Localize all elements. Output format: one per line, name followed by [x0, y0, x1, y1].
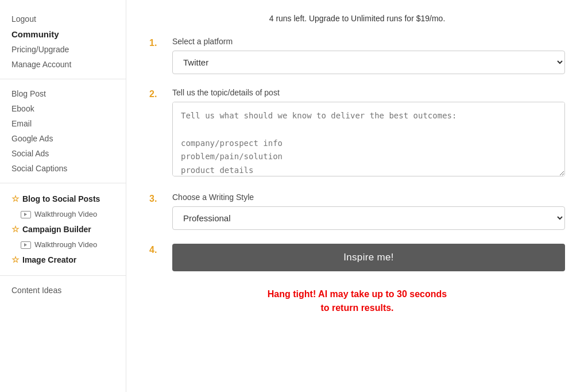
- sidebar-item-google-ads[interactable]: Google Ads: [11, 131, 114, 146]
- star-icon-image: ☆: [11, 255, 19, 265]
- step1-label: Select a platform: [172, 37, 565, 46]
- step2-content: Tell us the topic/details of post: [172, 88, 565, 179]
- sidebar-item-manage-account[interactable]: Manage Account: [11, 57, 114, 72]
- sidebar-item-blog-post[interactable]: Blog Post: [11, 86, 114, 101]
- step4-content: Inspire me!: [172, 244, 565, 271]
- form-step-4: 4. Inspire me!: [149, 244, 565, 271]
- sidebar-item-pricing[interactable]: Pricing/Upgrade: [11, 42, 114, 57]
- sidebar-item-social-captions[interactable]: Social Captions: [11, 161, 114, 176]
- sidebar-nav-items: Blog Post Ebook Email Google Ads Social …: [0, 86, 126, 176]
- sidebar-item-social-ads[interactable]: Social Ads: [11, 146, 114, 161]
- sidebar-divider-2: [0, 183, 126, 183]
- topic-textarea[interactable]: [172, 102, 565, 176]
- platform-select[interactable]: Twitter LinkedIn Facebook Instagram: [172, 51, 565, 74]
- sidebar-group-image-label: Image Creator: [22, 255, 76, 264]
- star-icon-blog-social: ☆: [11, 194, 19, 204]
- step-number-1: 1.: [149, 37, 163, 48]
- sidebar-subitem-walkthrough-2[interactable]: Walkthrough Video: [0, 238, 126, 251]
- upgrade-banner-text: 4 runs left. Upgrade to Unlimited runs f…: [269, 14, 446, 23]
- main-content: 4 runs left. Upgrade to Unlimited runs f…: [126, 0, 588, 392]
- form-step-1: 1. Select a platform Twitter LinkedIn Fa…: [149, 37, 565, 74]
- step-number-2: 2.: [149, 88, 163, 99]
- sidebar-group-image-creator[interactable]: ☆ Image Creator: [0, 251, 126, 268]
- sidebar-item-email[interactable]: Email: [11, 116, 114, 131]
- sidebar-group-campaign-label: Campaign Builder: [22, 225, 91, 234]
- step3-label: Choose a Writing Style: [172, 193, 565, 202]
- sidebar-divider-1: [0, 79, 126, 79]
- sidebar-group-blog-social-label: Blog to Social Posts: [22, 194, 100, 203]
- inspire-button[interactable]: Inspire me!: [172, 244, 565, 271]
- sidebar-item-ebook[interactable]: Ebook: [11, 101, 114, 116]
- sidebar-group-campaign-builder[interactable]: ☆ Campaign Builder: [0, 221, 126, 238]
- star-icon-campaign: ☆: [11, 224, 19, 235]
- sidebar-divider-3: [0, 275, 126, 276]
- step1-content: Select a platform Twitter LinkedIn Faceb…: [172, 37, 565, 74]
- step2-label: Tell us the topic/details of post: [172, 88, 565, 97]
- step-number-4: 4.: [149, 244, 163, 255]
- sidebar-item-logout[interactable]: Logout: [11, 11, 114, 26]
- upgrade-banner: 4 runs left. Upgrade to Unlimited runs f…: [149, 14, 565, 23]
- sidebar-group-blog-to-social[interactable]: ☆ Blog to Social Posts: [0, 190, 126, 207]
- writing-style-select[interactable]: Professional Casual Formal Humorous: [172, 206, 565, 230]
- sidebar-item-community[interactable]: Community: [11, 26, 114, 42]
- sidebar-subitem-walkthrough-2-label: Walkthrough Video: [34, 240, 97, 249]
- sidebar-subitem-walkthrough-1-label: Walkthrough Video: [34, 210, 97, 218]
- form-step-3: 3. Choose a Writing Style Professional C…: [149, 193, 565, 230]
- step-number-3: 3.: [149, 193, 163, 204]
- ai-notice-line2: to return results.: [149, 301, 565, 315]
- video-icon-1: [21, 211, 30, 218]
- video-icon-2: [21, 241, 30, 248]
- ai-notice: Hang tight! AI may take up to 30 seconds…: [149, 287, 565, 315]
- step3-content: Choose a Writing Style Professional Casu…: [172, 193, 565, 230]
- sidebar-subitem-walkthrough-1[interactable]: Walkthrough Video: [0, 207, 126, 221]
- ai-notice-line1: Hang tight! AI may take up to 30 seconds: [149, 287, 565, 301]
- sidebar-item-content-ideas[interactable]: Content Ideas: [11, 283, 114, 298]
- form-step-2: 2. Tell us the topic/details of post: [149, 88, 565, 179]
- sidebar: Logout Community Pricing/Upgrade Manage …: [0, 0, 126, 392]
